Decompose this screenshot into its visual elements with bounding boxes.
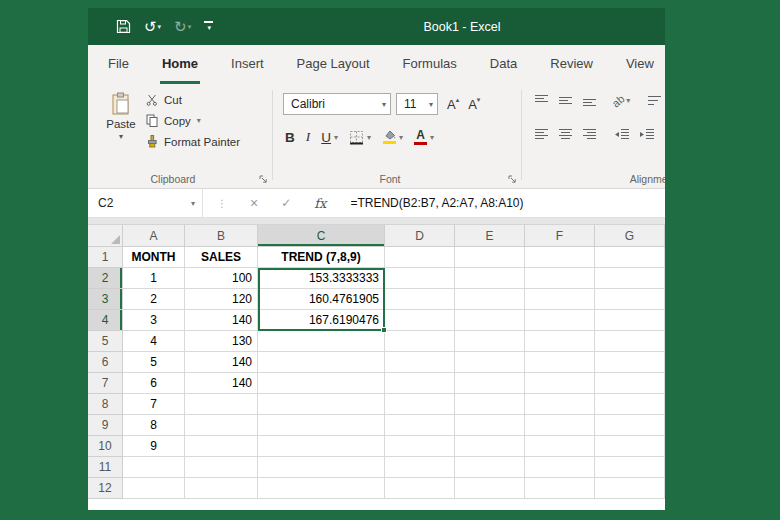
- cell-F5[interactable]: [525, 331, 595, 352]
- customize-quick-access-button[interactable]: ▾: [204, 21, 213, 32]
- cell-G9[interactable]: [595, 415, 665, 436]
- font-dialog-launcher[interactable]: [507, 174, 517, 184]
- cell-A10[interactable]: 9: [123, 436, 185, 457]
- cell-D3[interactable]: [385, 289, 455, 310]
- save-button[interactable]: [116, 19, 131, 34]
- row-header-4[interactable]: 4: [88, 310, 123, 331]
- orientation-button[interactable]: ab ▾: [612, 95, 630, 107]
- bottom-align-button[interactable]: [582, 94, 597, 107]
- undo-button[interactable]: ↺ ▾: [144, 19, 161, 34]
- cell-E2[interactable]: [455, 268, 525, 289]
- cell-C12[interactable]: [258, 478, 385, 499]
- row-header-8[interactable]: 8: [88, 394, 123, 415]
- cell-A12[interactable]: [123, 478, 185, 499]
- column-header-C[interactable]: C: [258, 225, 385, 247]
- cell-F11[interactable]: [525, 457, 595, 478]
- cell-B3[interactable]: 120: [185, 289, 258, 310]
- column-header-A[interactable]: A: [123, 225, 185, 247]
- cell-B9[interactable]: [185, 415, 258, 436]
- wrap-text-button[interactable]: [647, 94, 662, 107]
- cell-D5[interactable]: [385, 331, 455, 352]
- select-all-corner[interactable]: [88, 225, 123, 247]
- cell-B1[interactable]: SALES: [185, 247, 258, 268]
- row-header-5[interactable]: 5: [88, 331, 123, 352]
- column-header-G[interactable]: G: [595, 225, 665, 247]
- row-header-6[interactable]: 6: [88, 352, 123, 373]
- cell-F8[interactable]: [525, 394, 595, 415]
- tab-review[interactable]: Review: [548, 45, 595, 84]
- formula-bar-resize-dots[interactable]: ⋮: [217, 198, 227, 209]
- cell-B2[interactable]: 100: [185, 268, 258, 289]
- copy-dropdown-icon[interactable]: ▾: [197, 116, 201, 125]
- cell-F9[interactable]: [525, 415, 595, 436]
- enter-icon[interactable]: ✓: [281, 196, 291, 210]
- cell-F6[interactable]: [525, 352, 595, 373]
- italic-button[interactable]: I: [306, 129, 311, 145]
- cell-C6[interactable]: [258, 352, 385, 373]
- cell-C2[interactable]: 153.3333333: [258, 268, 385, 289]
- tab-formulas[interactable]: Formulas: [401, 45, 459, 84]
- cell-D2[interactable]: [385, 268, 455, 289]
- cell-C8[interactable]: [258, 394, 385, 415]
- font-name-combo[interactable]: Calibri ▾: [283, 93, 391, 115]
- cell-B10[interactable]: [185, 436, 258, 457]
- paste-dropdown-icon[interactable]: ▾: [119, 132, 123, 141]
- cell-D9[interactable]: [385, 415, 455, 436]
- column-header-D[interactable]: D: [385, 225, 455, 247]
- cell-F10[interactable]: [525, 436, 595, 457]
- cell-D10[interactable]: [385, 436, 455, 457]
- cell-A8[interactable]: 7: [123, 394, 185, 415]
- copy-button[interactable]: Copy ▾: [146, 114, 240, 127]
- cell-F1[interactable]: [525, 247, 595, 268]
- cell-D12[interactable]: [385, 478, 455, 499]
- cell-B12[interactable]: [185, 478, 258, 499]
- cell-C5[interactable]: [258, 331, 385, 352]
- cell-D11[interactable]: [385, 457, 455, 478]
- top-align-button[interactable]: [534, 94, 549, 107]
- format-painter-button[interactable]: Format Painter: [146, 135, 240, 148]
- row-header-2[interactable]: 2: [88, 268, 123, 289]
- font-color-button[interactable]: A ▾: [414, 129, 434, 145]
- row-header-1[interactable]: 1: [88, 247, 123, 268]
- redo-dropdown-icon[interactable]: ▾: [188, 23, 192, 31]
- cell-A6[interactable]: 5: [123, 352, 185, 373]
- cell-A7[interactable]: 6: [123, 373, 185, 394]
- cell-E11[interactable]: [455, 457, 525, 478]
- cell-A5[interactable]: 4: [123, 331, 185, 352]
- cell-B6[interactable]: 140: [185, 352, 258, 373]
- align-center-button[interactable]: [558, 128, 573, 141]
- decrease-indent-button[interactable]: [614, 128, 630, 141]
- tab-view[interactable]: View: [624, 45, 656, 84]
- middle-align-button[interactable]: [558, 94, 573, 107]
- row-header-11[interactable]: 11: [88, 457, 123, 478]
- cell-C1[interactable]: TREND (7,8,9): [258, 247, 385, 268]
- underline-button[interactable]: U ▾: [321, 130, 338, 145]
- row-header-12[interactable]: 12: [88, 478, 123, 499]
- insert-function-icon[interactable]: fx: [314, 196, 326, 211]
- cell-B7[interactable]: 140: [185, 373, 258, 394]
- cut-button[interactable]: Cut: [146, 94, 240, 106]
- undo-dropdown-icon[interactable]: ▾: [158, 23, 162, 31]
- cell-E6[interactable]: [455, 352, 525, 373]
- row-header-10[interactable]: 10: [88, 436, 123, 457]
- cell-D8[interactable]: [385, 394, 455, 415]
- cell-C4[interactable]: 167.6190476: [258, 310, 385, 331]
- cell-F12[interactable]: [525, 478, 595, 499]
- cell-F2[interactable]: [525, 268, 595, 289]
- cell-F3[interactable]: [525, 289, 595, 310]
- cell-G12[interactable]: [595, 478, 665, 499]
- cell-F7[interactable]: [525, 373, 595, 394]
- cell-E9[interactable]: [455, 415, 525, 436]
- cell-D6[interactable]: [385, 352, 455, 373]
- cell-G7[interactable]: [595, 373, 665, 394]
- cancel-icon[interactable]: ×: [250, 195, 258, 211]
- cell-F4[interactable]: [525, 310, 595, 331]
- column-header-F[interactable]: F: [525, 225, 595, 247]
- cell-G11[interactable]: [595, 457, 665, 478]
- cell-C10[interactable]: [258, 436, 385, 457]
- tab-data[interactable]: Data: [488, 45, 519, 84]
- cell-E8[interactable]: [455, 394, 525, 415]
- fill-handle[interactable]: [381, 327, 387, 333]
- row-header-7[interactable]: 7: [88, 373, 123, 394]
- cell-G3[interactable]: [595, 289, 665, 310]
